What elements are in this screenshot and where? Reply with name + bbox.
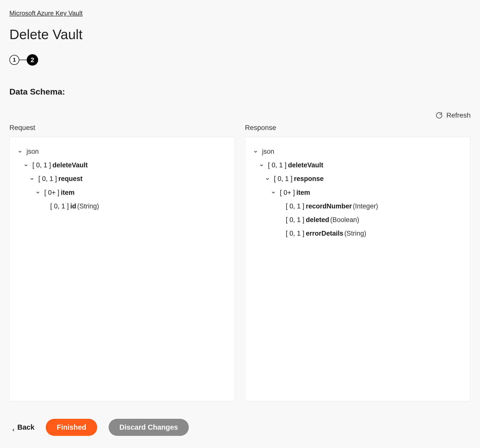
- tree-node-name: item: [61, 187, 75, 198]
- chevron-down-icon[interactable]: [23, 162, 29, 169]
- tree-node-type: (Boolean): [330, 215, 359, 225]
- tree-node[interactable]: [ 0, 1 ] deleteVault: [252, 158, 463, 172]
- tree-node[interactable]: [ 0, 1 ] response: [252, 172, 463, 186]
- tree-node-cardinality: [ 0, 1 ]: [38, 174, 57, 184]
- tree-node[interactable]: json: [17, 145, 228, 158]
- tree-node-name: id: [70, 201, 76, 212]
- back-button[interactable]: Back: [11, 423, 34, 431]
- tree-node-cardinality: [ 0, 1 ]: [32, 160, 51, 171]
- breadcrumb-link[interactable]: Microsoft Azure Key Vault: [9, 9, 83, 17]
- tree-node-name: deleteVault: [52, 160, 88, 171]
- tree-node-root-label: json: [262, 146, 274, 157]
- request-column: Request json[ 0, 1 ] deleteVault[ 0, 1 ]…: [9, 124, 235, 401]
- tree-node-name: deleteVault: [288, 160, 323, 171]
- tree-node-cardinality: [ 0, 1 ]: [274, 174, 292, 184]
- request-panel: json[ 0, 1 ] deleteVault[ 0, 1 ] request…: [9, 137, 235, 401]
- tree-node[interactable]: [ 0, 1 ] request: [17, 172, 228, 186]
- step-1[interactable]: 1: [9, 55, 19, 65]
- tree-node[interactable]: json: [252, 145, 463, 158]
- tree-node-cardinality: [ 0, 1 ]: [286, 215, 304, 225]
- page-title: Delete Vault: [9, 26, 471, 42]
- response-column: Response json[ 0, 1 ] deleteVault[ 0, 1 …: [245, 124, 471, 401]
- tree-node-name: item: [296, 187, 310, 198]
- tree-node-cardinality: [ 0+ ]: [44, 187, 59, 198]
- tree-node-cardinality: [ 0, 1 ]: [268, 160, 287, 171]
- refresh-label: Refresh: [446, 111, 471, 119]
- tree-node-cardinality: [ 0, 1 ]: [50, 201, 69, 212]
- tree-node[interactable]: [ 0, 1 ] deleted (Boolean): [252, 213, 463, 227]
- stepper: 1 2: [9, 54, 471, 66]
- tree-node[interactable]: [ 0+ ] item: [252, 186, 463, 199]
- back-button-label: Back: [17, 423, 34, 431]
- finished-button[interactable]: Finished: [46, 419, 97, 436]
- section-title: Data Schema:: [9, 87, 471, 97]
- tree-node-name: errorDetails: [306, 228, 343, 239]
- tree-node-name: recordNumber: [306, 201, 352, 212]
- tree-node[interactable]: [ 0, 1 ] errorDetails (String): [252, 227, 463, 240]
- chevron-down-icon[interactable]: [28, 175, 35, 182]
- tree-node-name: response: [294, 174, 324, 184]
- tree-node-cardinality: [ 0, 1 ]: [286, 228, 304, 239]
- footer-actions: Back Finished Discard Changes: [9, 419, 471, 436]
- request-panel-label: Request: [9, 124, 235, 132]
- tree-node[interactable]: [ 0, 1 ] id (String): [17, 199, 228, 213]
- chevron-down-icon[interactable]: [258, 162, 265, 169]
- chevron-left-icon: [11, 425, 15, 429]
- chevron-down-icon[interactable]: [264, 175, 271, 182]
- tree-node-type: (Integer): [353, 201, 378, 212]
- step-2[interactable]: 2: [27, 54, 38, 66]
- tree-node-name: deleted: [306, 215, 329, 225]
- chevron-down-icon[interactable]: [17, 148, 24, 155]
- chevron-down-icon[interactable]: [34, 189, 41, 196]
- refresh-button[interactable]: Refresh: [9, 111, 471, 119]
- schema-panels: Request json[ 0, 1 ] deleteVault[ 0, 1 ]…: [9, 124, 471, 401]
- tree-node[interactable]: [ 0, 1 ] deleteVault: [17, 158, 228, 172]
- refresh-icon: [435, 112, 443, 119]
- response-panel: json[ 0, 1 ] deleteVault[ 0, 1 ] respons…: [245, 137, 471, 401]
- chevron-down-icon[interactable]: [252, 148, 259, 155]
- tree-node-name: request: [58, 174, 83, 184]
- discard-changes-button[interactable]: Discard Changes: [109, 419, 189, 436]
- tree-node[interactable]: [ 0+ ] item: [17, 186, 228, 199]
- step-connector: [19, 60, 27, 60]
- tree-node-type: (String): [77, 201, 99, 212]
- tree-node[interactable]: [ 0, 1 ] recordNumber (Integer): [252, 199, 463, 213]
- response-panel-label: Response: [245, 124, 471, 132]
- tree-node-cardinality: [ 0+ ]: [280, 187, 295, 198]
- tree-node-type: (String): [344, 228, 366, 239]
- chevron-down-icon[interactable]: [270, 189, 277, 196]
- tree-node-root-label: json: [26, 146, 39, 157]
- tree-node-cardinality: [ 0, 1 ]: [286, 201, 304, 212]
